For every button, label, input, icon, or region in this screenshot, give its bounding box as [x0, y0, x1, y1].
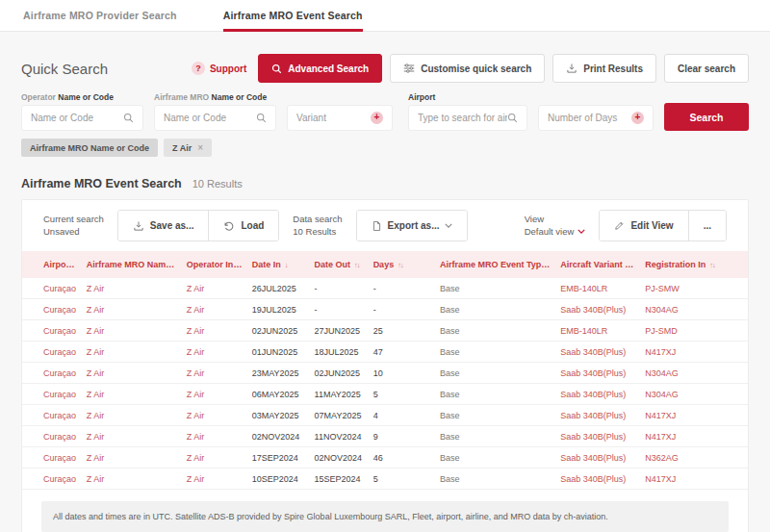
- cell-operator-in[interactable]: Z Air: [182, 405, 247, 426]
- cell-registration-in[interactable]: N417XJ: [640, 426, 748, 447]
- column-header-aircraft-variant-in[interactable]: Aircraft Variant In↑↓: [555, 251, 640, 278]
- print-results-button[interactable]: Print Results: [552, 54, 656, 83]
- close-icon[interactable]: ×: [197, 142, 203, 153]
- cell-operator-in[interactable]: Z Air: [182, 342, 247, 363]
- cell-operator-in[interactable]: Z Air: [182, 363, 247, 384]
- cell-aircraft-variant-in[interactable]: Saab 340B(Plus): [555, 447, 640, 469]
- advanced-search-button[interactable]: Advanced Search: [258, 54, 382, 83]
- column-header-airport[interactable]: Airport↑↓: [22, 251, 82, 278]
- airport-input[interactable]: [418, 113, 507, 123]
- cell-airport[interactable]: Curaçao: [22, 384, 82, 405]
- cell-airframe-mro-name[interactable]: Z Air: [82, 342, 182, 363]
- cell-aircraft-variant-in[interactable]: Saab 340B(Plus): [555, 384, 640, 405]
- cell-registration-in[interactable]: N304AG: [640, 299, 748, 320]
- cell-airframe-mro-name[interactable]: Z Air: [82, 278, 182, 299]
- plus-circle-icon[interactable]: +: [631, 112, 644, 124]
- cell-aircraft-variant-in[interactable]: Saab 340B(Plus): [555, 405, 640, 426]
- tab-bar: Airframe MRO Provider Search Airframe MR…: [0, 0, 770, 32]
- table-row: CuraçaoZ AirZ Air02NOV202411NOV20249Base…: [22, 426, 748, 447]
- customise-quick-search-button[interactable]: Customise quick search: [390, 54, 545, 83]
- column-header-airframe-mro-name[interactable]: Airframe MRO Name↑↓: [82, 251, 182, 278]
- cell-airport[interactable]: Curaçao: [22, 363, 82, 384]
- edit-view-button[interactable]: Edit View: [600, 211, 687, 241]
- airframe-mro-input[interactable]: [164, 113, 256, 123]
- cell-airport[interactable]: Curaçao: [22, 469, 82, 490]
- cell-operator-in[interactable]: Z Air: [182, 278, 247, 299]
- save-as-button[interactable]: Save as...: [118, 211, 209, 241]
- cell-airframe-mro-name[interactable]: Z Air: [82, 363, 182, 384]
- variant-input[interactable]: [296, 113, 371, 123]
- cell-event-type: Base: [435, 384, 555, 405]
- operator-input[interactable]: [31, 113, 123, 123]
- cell-registration-in[interactable]: N304AG: [640, 363, 748, 384]
- cell-registration-in[interactable]: N362AG: [640, 447, 748, 469]
- view-selector[interactable]: View Default view: [525, 214, 586, 239]
- cell-days: 47: [369, 342, 435, 363]
- cell-airframe-mro-name[interactable]: Z Air: [82, 384, 182, 405]
- tab-airframe-mro-event-search[interactable]: Airframe MRO Event Search: [223, 0, 363, 31]
- column-header-operator-in[interactable]: Operator In↑↓: [182, 251, 247, 278]
- search-button[interactable]: Search: [664, 103, 749, 131]
- save-load-group: Save as... Load: [117, 210, 279, 241]
- search-icon: [256, 113, 267, 123]
- clear-search-button[interactable]: Clear search: [664, 54, 749, 83]
- cell-airframe-mro-name[interactable]: Z Air: [82, 426, 182, 447]
- table-row: CuraçaoZ AirZ Air02JUN202527JUN202525Bas…: [22, 320, 748, 342]
- cell-date-out: 11MAY2025: [310, 384, 369, 405]
- cell-aircraft-variant-in[interactable]: Saab 340B(Plus): [555, 363, 640, 384]
- cell-airframe-mro-name[interactable]: Z Air: [82, 320, 182, 342]
- number-of-days-input[interactable]: [548, 113, 631, 123]
- print-icon: [566, 63, 578, 74]
- cell-airframe-mro-name[interactable]: Z Air: [82, 299, 182, 320]
- cell-operator-in[interactable]: Z Air: [182, 320, 247, 342]
- tab-airframe-mro-provider-search[interactable]: Airframe MRO Provider Search: [23, 0, 177, 31]
- cell-airport[interactable]: Curaçao: [22, 447, 82, 469]
- column-header-days[interactable]: Days↑↓: [369, 251, 435, 278]
- cell-airport[interactable]: Curaçao: [22, 426, 82, 447]
- support-link[interactable]: ? Support: [192, 62, 246, 75]
- cell-aircraft-variant-in[interactable]: Saab 340B(Plus): [555, 469, 640, 490]
- cell-date-in: 19JUL2025: [247, 299, 310, 320]
- cell-airport[interactable]: Curaçao: [22, 299, 82, 320]
- cell-airport[interactable]: Curaçao: [22, 405, 82, 426]
- cell-operator-in[interactable]: Z Air: [182, 299, 247, 320]
- column-header-registration-in[interactable]: Registration In↑↓: [640, 251, 748, 278]
- cell-registration-in[interactable]: N417XJ: [640, 469, 748, 490]
- cell-airframe-mro-name[interactable]: Z Air: [82, 447, 182, 469]
- cell-registration-in[interactable]: N417XJ: [640, 405, 748, 426]
- cell-registration-in[interactable]: N417XJ: [640, 342, 748, 363]
- quick-search-title: Quick Search: [21, 61, 108, 77]
- cell-days: 5: [369, 384, 435, 405]
- cell-airframe-mro-name[interactable]: Z Air: [82, 469, 182, 490]
- cell-operator-in[interactable]: Z Air: [182, 426, 247, 447]
- load-button[interactable]: Load: [208, 211, 278, 241]
- cell-aircraft-variant-in[interactable]: Saab 340B(Plus): [555, 426, 640, 447]
- cell-airport[interactable]: Curaçao: [22, 320, 82, 342]
- chip-label: Airframe MRO Name or Code: [30, 143, 149, 153]
- cell-aircraft-variant-in[interactable]: EMB-140LR: [555, 320, 640, 342]
- column-header-date-in[interactable]: Date In↓: [247, 251, 310, 278]
- export-as-label: Export as...: [388, 220, 440, 231]
- results-count: 10 Results: [192, 178, 243, 190]
- cell-operator-in[interactable]: Z Air: [182, 447, 247, 469]
- cell-aircraft-variant-in[interactable]: Saab 340B(Plus): [555, 299, 640, 320]
- cell-registration-in[interactable]: PJ-SMW: [640, 278, 748, 299]
- cell-date-out: 02NOV2024: [310, 447, 369, 469]
- cell-airport[interactable]: Curaçao: [22, 278, 82, 299]
- cell-registration-in[interactable]: PJ-SMD: [640, 320, 748, 342]
- save-icon: [133, 220, 144, 232]
- cell-aircraft-variant-in[interactable]: Saab 340B(Plus): [555, 342, 640, 363]
- column-header-event-type[interactable]: Airframe MRO Event Type↑↓: [435, 251, 555, 278]
- cell-date-out: 07MAY2025: [310, 405, 369, 426]
- column-header-date-out[interactable]: Date Out↑↓: [310, 251, 369, 278]
- cell-registration-in[interactable]: N304AG: [640, 384, 748, 405]
- cell-airport[interactable]: Curaçao: [22, 342, 82, 363]
- more-options-button[interactable]: ...: [688, 211, 726, 241]
- plus-circle-icon[interactable]: +: [371, 112, 383, 124]
- cell-operator-in[interactable]: Z Air: [182, 469, 247, 490]
- cell-airframe-mro-name[interactable]: Z Air: [82, 405, 182, 426]
- cell-date-out: 02JUN2025: [310, 363, 369, 384]
- export-as-button[interactable]: Export as...: [357, 211, 468, 241]
- cell-aircraft-variant-in[interactable]: EMB-140LR: [555, 278, 640, 299]
- cell-operator-in[interactable]: Z Air: [182, 384, 247, 405]
